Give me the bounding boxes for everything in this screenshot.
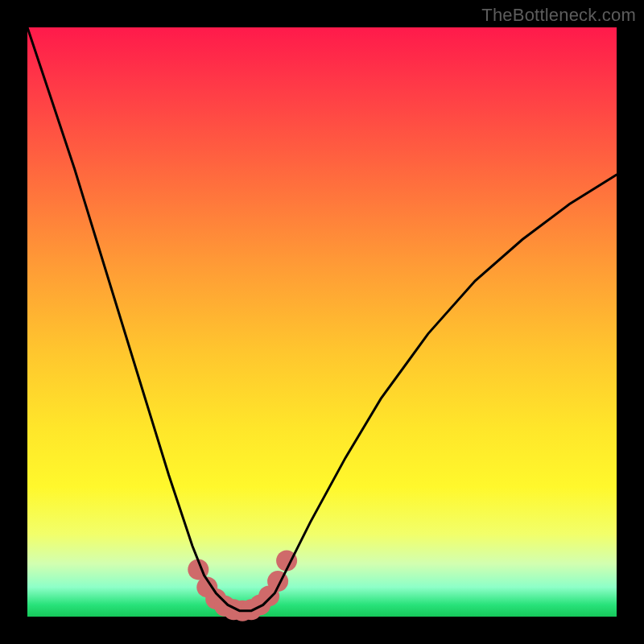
chart-frame: TheBottleneck.com xyxy=(0,0,644,644)
watermark-text: TheBottleneck.com xyxy=(481,5,636,26)
plot-area xyxy=(27,27,617,617)
curve-svg xyxy=(27,27,617,617)
bottleneck-curve xyxy=(27,27,617,611)
